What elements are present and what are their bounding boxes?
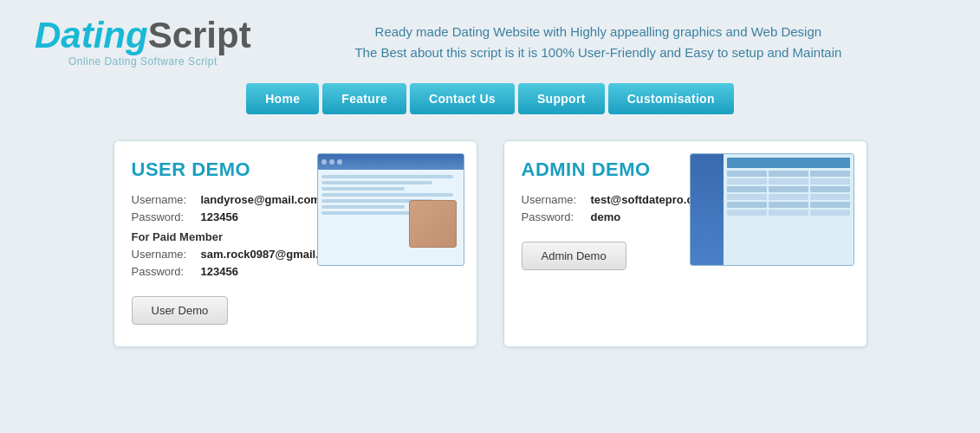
logo-subtitle: Online Dating Software Script (68, 55, 217, 68)
logo: DatingScript (35, 17, 251, 54)
nav-bar: Home Feature Contact Us Support Customis… (246, 74, 734, 114)
admin-username-label: Username: (522, 193, 591, 206)
user-screenshot (317, 153, 464, 266)
admin-password-value: demo (591, 210, 621, 223)
admin-demo-button[interactable]: Admin Demo (522, 242, 626, 270)
user-demo-button[interactable]: User Demo (132, 296, 229, 325)
nav-wrapper: Home Feature Contact Us Support Customis… (0, 68, 980, 114)
tagline-line1: Ready made Dating Website with Highly ap… (277, 22, 919, 42)
user-username-label: Username: (132, 193, 201, 206)
paid-password-row: Password: 123456 (132, 265, 459, 278)
user-password-label: Password: (132, 210, 201, 223)
tagline: Ready made Dating Website with Highly ap… (251, 22, 945, 63)
admin-screenshot (690, 153, 854, 266)
tagline-line2: The Best about this script is it is 100%… (277, 42, 919, 63)
paid-password-value: 123456 (201, 265, 238, 278)
main-content: USER DEMO (0, 114, 980, 373)
paid-password-label: Password: (132, 265, 201, 278)
admin-screenshot-inner (690, 153, 854, 266)
nav-home[interactable]: Home (246, 83, 319, 114)
logo-area: DatingScript Online Dating Software Scri… (35, 17, 251, 68)
admin-demo-box: ADMIN DEMO (503, 140, 867, 347)
user-demo-box: USER DEMO (114, 140, 477, 347)
nav-customisation[interactable]: Customisation (608, 83, 734, 114)
nav-contact[interactable]: Contact Us (410, 83, 515, 114)
user-username-value: landyrose@gmail.com (201, 193, 321, 206)
admin-password-label: Password: (522, 210, 591, 223)
paid-username-label: Username: (132, 248, 201, 261)
nav-feature[interactable]: Feature (322, 83, 406, 114)
logo-dating: Dating (35, 15, 148, 55)
header: DatingScript Online Dating Software Scri… (0, 0, 980, 68)
nav-support[interactable]: Support (518, 83, 605, 114)
logo-script: Script (148, 15, 251, 55)
user-password-value: 123456 (201, 210, 238, 223)
